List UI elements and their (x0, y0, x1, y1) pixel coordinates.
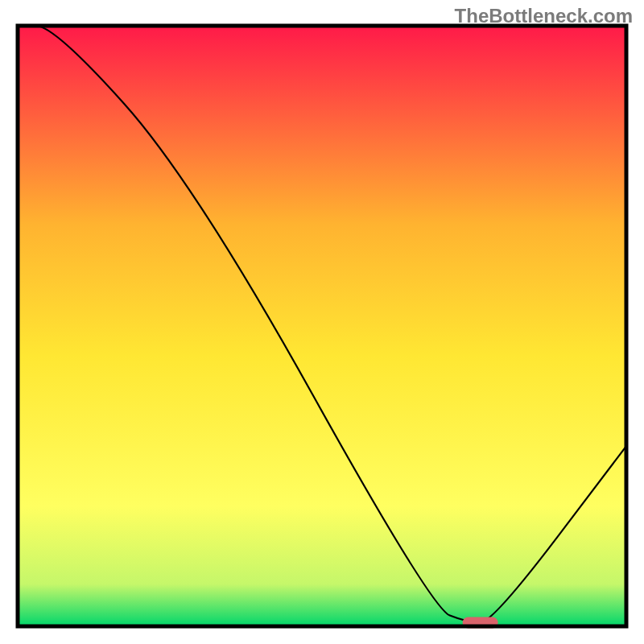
bottleneck-chart (0, 0, 644, 644)
chart-background (18, 26, 626, 626)
chart-container: TheBottleneck.com (0, 0, 644, 644)
watermark-text: TheBottleneck.com (455, 5, 633, 27)
